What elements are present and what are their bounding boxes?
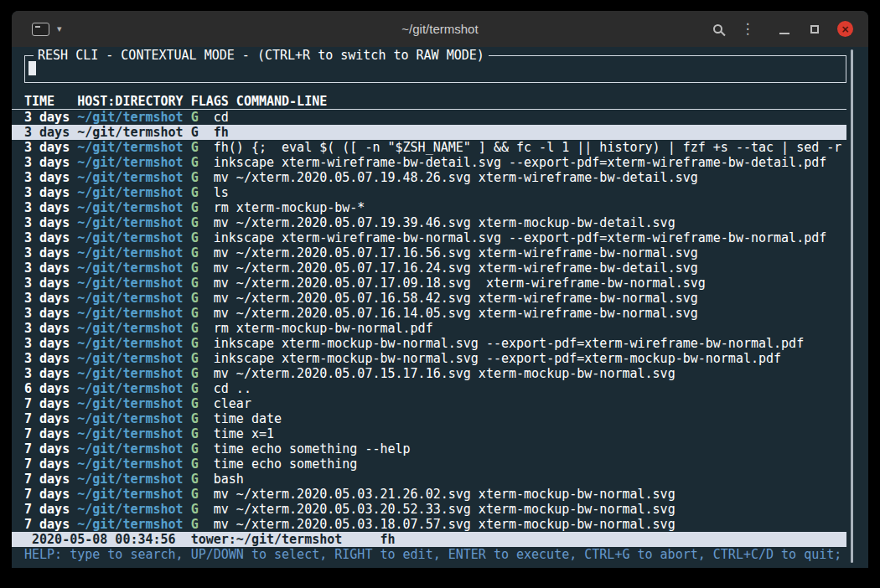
- row-flags: G: [191, 502, 199, 517]
- history-row[interactable]: 7 days ~/git/termshot G clear: [12, 396, 846, 411]
- history-row[interactable]: 7 days ~/git/termshot G time x=1: [12, 426, 846, 441]
- history-row[interactable]: 7 days ~/git/termshot G mv ~/xterm.2020.…: [12, 517, 846, 532]
- row-command: time echo something --help: [214, 441, 411, 456]
- row-command: mv ~/xterm.2020.05.07.19.48.26.svg xterm…: [214, 170, 698, 185]
- history-row[interactable]: 7 days ~/git/termshot G bash: [12, 472, 846, 487]
- row-command: clear: [214, 396, 251, 411]
- row-time: 3 days: [24, 155, 70, 170]
- row-directory: ~/git/termshot: [77, 245, 183, 260]
- row-time: 3 days: [24, 170, 70, 185]
- row-flags: G: [191, 366, 199, 381]
- row-flags: G: [191, 200, 199, 215]
- row-command: fh() {; eval $( ([ -n "$ZSH_NAME" ] && f…: [214, 140, 842, 155]
- row-command: inkscape xterm-wireframe-bw-normal.svg -…: [214, 230, 827, 245]
- history-row[interactable]: 3 days ~/git/termshot G fh() {; eval $( …: [12, 140, 846, 155]
- history-row-selected[interactable]: 3 days ~/git/termshot G fh: [12, 125, 846, 140]
- row-command: time echo something: [214, 456, 358, 472]
- history-row[interactable]: 3 days ~/git/termshot G mv ~/xterm.2020.…: [12, 260, 846, 276]
- row-time: 7 days: [24, 472, 70, 487]
- status-bar: 2020-05-08 00:34:56 tower:~/git/termshot…: [12, 532, 846, 547]
- row-flags: G: [191, 230, 199, 245]
- row-flags: G: [191, 441, 199, 456]
- row-flags: G: [191, 472, 199, 487]
- row-flags: G: [191, 110, 199, 125]
- row-directory: ~/git/termshot: [77, 487, 183, 502]
- row-command: mv ~/xterm.2020.05.07.19.39.46.svg xterm…: [214, 215, 676, 230]
- row-command: mv ~/xterm.2020.05.03.21.26.02.svg xterm…: [214, 487, 676, 502]
- help-line: HELP: type to search, UP/DOWN to select,…: [12, 547, 868, 562]
- row-time: 7 days: [24, 396, 70, 411]
- row-directory: ~/git/termshot: [77, 215, 183, 230]
- history-row[interactable]: 3 days ~/git/termshot G inkscape xterm-w…: [12, 155, 846, 170]
- history-row[interactable]: 3 days ~/git/termshot G inkscape xterm-m…: [12, 351, 846, 366]
- row-command: mv ~/xterm.2020.05.03.20.52.33.svg xterm…: [214, 502, 676, 517]
- history-row[interactable]: 3 days ~/git/termshot G mv ~/xterm.2020.…: [12, 276, 846, 291]
- history-row[interactable]: 3 days ~/git/termshot G cd: [12, 110, 846, 125]
- row-command: rm xterm-mockup-bw-normal.pdf: [214, 321, 433, 336]
- history-row[interactable]: 3 days ~/git/termshot G mv ~/xterm.2020.…: [12, 215, 846, 230]
- kebab-menu-icon: ⋮: [741, 22, 755, 36]
- row-time: 7 days: [24, 441, 70, 456]
- titlebar[interactable]: ▾ ~/git/termshot ⋮ ×: [12, 11, 868, 47]
- row-directory: ~/git/termshot: [77, 230, 183, 245]
- row-flags: G: [191, 245, 199, 260]
- row-time: 3 days: [24, 185, 70, 200]
- row-flags: G: [191, 125, 199, 140]
- search-button[interactable]: [706, 18, 729, 41]
- row-directory: ~/git/termshot: [77, 291, 183, 306]
- row-time: 7 days: [24, 411, 70, 426]
- row-command: inkscape xterm-mockup-bw-normal.svg --ex…: [214, 351, 781, 366]
- history-row[interactable]: 3 days ~/git/termshot G mv ~/xterm.2020.…: [12, 170, 846, 185]
- row-time: 3 days: [24, 110, 70, 125]
- history-row[interactable]: 3 days ~/git/termshot G rm xterm-mockup-…: [12, 321, 846, 336]
- row-flags: G: [191, 351, 199, 366]
- history-row[interactable]: 7 days ~/git/termshot G mv ~/xterm.2020.…: [12, 502, 846, 517]
- row-flags: G: [191, 336, 199, 351]
- close-icon: ×: [841, 24, 849, 34]
- row-time: 3 days: [24, 336, 70, 351]
- history-row[interactable]: 3 days ~/git/termshot G ls: [12, 185, 846, 200]
- row-time: 3 days: [24, 351, 70, 366]
- row-directory: ~/git/termshot: [77, 456, 183, 472]
- row-flags: G: [191, 215, 199, 230]
- row-command: time date: [214, 411, 282, 426]
- history-row[interactable]: 7 days ~/git/termshot G time date: [12, 411, 846, 426]
- history-row[interactable]: 3 days ~/git/termshot G rm xterm-mockup-…: [12, 200, 846, 215]
- row-time: 7 days: [24, 426, 70, 441]
- row-time: 7 days: [24, 487, 70, 502]
- history-row[interactable]: 7 days ~/git/termshot G mv ~/xterm.2020.…: [12, 487, 846, 502]
- row-flags: G: [191, 185, 199, 200]
- history-row[interactable]: 7 days ~/git/termshot G time echo someth…: [12, 441, 846, 456]
- row-command: mv ~/xterm.2020.05.07.17.16.56.svg xterm…: [214, 245, 698, 260]
- row-flags: G: [191, 140, 199, 155]
- resh-search-box[interactable]: RESH CLI - CONTEXTUAL MODE - (CTRL+R to …: [24, 55, 846, 83]
- titlebar-right-controls: ⋮ ×: [706, 18, 853, 41]
- row-flags: G: [191, 487, 199, 502]
- row-command: mv ~/xterm.2020.05.03.18.07.57.svg xterm…: [214, 517, 676, 532]
- row-command: ls: [214, 185, 229, 200]
- row-flags: G: [191, 381, 199, 396]
- history-row[interactable]: 3 days ~/git/termshot G inkscape xterm-w…: [12, 230, 846, 245]
- history-row[interactable]: 3 days ~/git/termshot G mv ~/xterm.2020.…: [12, 245, 846, 260]
- new-terminal-button[interactable]: ▾: [23, 23, 62, 36]
- row-command: bash: [214, 472, 244, 487]
- history-row[interactable]: 3 days ~/git/termshot G mv ~/xterm.2020.…: [12, 291, 846, 306]
- row-time: 3 days: [24, 260, 70, 276]
- history-row[interactable]: 3 days ~/git/termshot G mv ~/xterm.2020.…: [12, 366, 846, 381]
- row-command: cd ..: [214, 381, 251, 396]
- row-directory: ~/git/termshot: [77, 441, 183, 456]
- row-flags: G: [191, 426, 199, 441]
- row-time: 3 days: [24, 276, 70, 291]
- restore-button[interactable]: [803, 18, 826, 41]
- row-flags: G: [191, 170, 199, 185]
- history-row[interactable]: 6 days ~/git/termshot G cd ..: [12, 381, 846, 396]
- minimize-button[interactable]: [773, 18, 796, 41]
- history-row[interactable]: 3 days ~/git/termshot G inkscape xterm-m…: [12, 336, 846, 351]
- close-button[interactable]: ×: [837, 21, 853, 37]
- row-time: 7 days: [24, 456, 70, 472]
- row-directory: ~/git/termshot: [77, 306, 183, 321]
- scrollbar[interactable]: [851, 49, 853, 563]
- history-row[interactable]: 3 days ~/git/termshot G mv ~/xterm.2020.…: [12, 306, 846, 321]
- menu-button[interactable]: ⋮: [736, 18, 759, 41]
- history-row[interactable]: 7 days ~/git/termshot G time echo someth…: [12, 456, 846, 472]
